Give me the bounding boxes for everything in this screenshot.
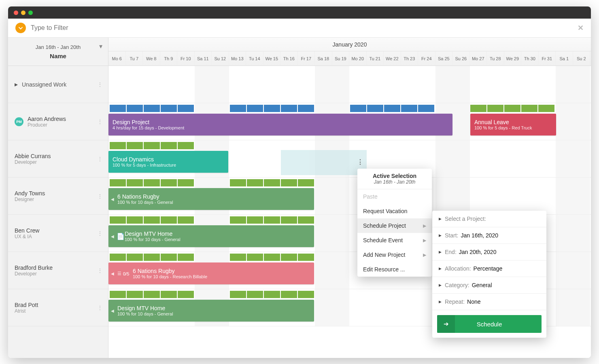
menu-item-request-vacation[interactable]: Request Vacation xyxy=(357,204,432,218)
availability-block xyxy=(178,179,194,186)
kebab-icon[interactable]: ⋮ xyxy=(97,267,103,274)
task-bar-cloud-dynamics[interactable]: Cloud Dynamics 100 % for 5 days - Infras… xyxy=(108,151,228,173)
sidebar-row-person[interactable]: Andy Towns Designer ⋮ xyxy=(8,178,108,215)
grid-row-aaron[interactable]: Design Project 4 hrs/day for 15 days - D… xyxy=(108,103,591,140)
sidebar-header: Jan 16th - Jan 20th ▾ Name xyxy=(8,38,108,66)
day-header-cell[interactable]: Mo 13 xyxy=(229,51,246,66)
sidebar-row-person[interactable]: Bradford Burke Developer ⋮ xyxy=(8,252,108,289)
kebab-icon[interactable]: ⋮ xyxy=(97,193,103,199)
menu-item-edit-resource[interactable]: Edit Resource ... xyxy=(357,262,432,277)
person-name: Aaron Andrews xyxy=(28,116,66,122)
task-bar-mtv-home[interactable]: ◀ Design MTV Home 100 % for 10 days - Ge… xyxy=(108,300,314,322)
day-header-cell[interactable]: We 29 xyxy=(504,51,522,66)
grid-row-abbie[interactable]: ⋮ Cloud Dynamics 100 % for 5 days - Infr… xyxy=(108,140,591,178)
caret-left-icon: ◀ xyxy=(111,234,114,239)
flyout-row-select-project[interactable]: ▶ Select a Project: xyxy=(432,211,546,227)
day-header-cell[interactable]: Th 23 xyxy=(401,51,418,66)
window-zoom-button[interactable] xyxy=(28,11,33,15)
task-bar-annual-leave[interactable]: Annual Leave 100 % for 5 days - Red Truc… xyxy=(470,114,556,135)
flyout-key: Repeat: xyxy=(445,298,465,305)
resource-sidebar: Jan 16th - Jan 20th ▾ Name ▸ Unassigned … xyxy=(8,38,108,358)
availability-block xyxy=(247,254,263,261)
person-name: Ben Crew xyxy=(15,227,39,234)
selection-highlight[interactable]: ⋮ xyxy=(281,150,367,175)
caret-left-icon: ◀ xyxy=(111,197,114,201)
close-icon[interactable]: ✕ xyxy=(578,23,584,32)
task-bar-design-project[interactable]: Design Project 4 hrs/day for 15 days - D… xyxy=(108,114,452,135)
kebab-icon[interactable]: ⋮ xyxy=(97,305,103,311)
day-header-cell[interactable]: Tu 14 xyxy=(246,51,263,66)
flyout-key: Category: xyxy=(445,282,469,288)
availability-block xyxy=(161,142,177,149)
flyout-row-category[interactable]: ▶ Category: General xyxy=(432,277,546,294)
availability-block xyxy=(127,179,143,186)
task-bar-6nations[interactable]: ◀ 6 Nations Rugby 100 % for 10 days - Ge… xyxy=(108,188,314,210)
day-header-cell[interactable]: Tu 28 xyxy=(487,51,504,66)
day-header-cell[interactable]: Sa 18 xyxy=(315,51,332,66)
kebab-icon[interactable]: ⋮ xyxy=(97,230,103,237)
day-header-cell[interactable]: Su 19 xyxy=(332,51,350,66)
sidebar-row-person[interactable]: Abbie Currans Developer ⋮ xyxy=(8,140,108,178)
day-header-cell[interactable]: Sa 1 xyxy=(556,51,573,66)
sidebar-row-person[interactable]: Brad Pott Atrist ⋮ xyxy=(8,289,108,326)
person-role: UX & IA xyxy=(15,234,39,239)
day-header-cell[interactable]: Fr 31 xyxy=(539,51,556,66)
unassigned-label: Unassigned Work xyxy=(22,81,66,88)
task-bar-mtv-home[interactable]: ◀ 📄 Design MTV Home 100 % for 10 days - … xyxy=(108,225,314,247)
window-close-button[interactable] xyxy=(14,11,18,15)
flyout-row-start[interactable]: ▶ Start: Jan 16th, 2020 xyxy=(432,227,546,244)
availability-block xyxy=(247,216,263,224)
date-range-label[interactable]: Jan 16th - Jan 20th xyxy=(36,44,81,50)
flyout-row-end[interactable]: ▶ End: Jan 20th, 2020 xyxy=(432,244,546,260)
day-header-cell[interactable]: Fr 10 xyxy=(177,51,195,66)
day-header-cell[interactable]: Th 9 xyxy=(160,51,178,66)
day-header-cell[interactable]: Su 12 xyxy=(212,51,229,66)
kebab-icon[interactable]: ⋮ xyxy=(97,119,103,125)
day-header-cell[interactable]: Mo 20 xyxy=(349,51,367,66)
flyout-row-allocation[interactable]: ▶ Allocation: Percentage xyxy=(432,260,546,277)
chevron-down-icon[interactable]: ▾ xyxy=(99,42,102,50)
kebab-icon[interactable]: ⋮ xyxy=(357,158,363,166)
sidebar-row-person[interactable]: Ben Crew UX & IA ⋮ xyxy=(8,215,108,252)
day-header-cell[interactable]: We 15 xyxy=(263,51,281,66)
menu-item-add-new-project[interactable]: Add New Project ▶ xyxy=(357,248,432,262)
day-header-cell[interactable]: Fr 17 xyxy=(298,51,315,66)
day-header-cell[interactable]: Sa 25 xyxy=(435,51,453,66)
filter-input[interactable] xyxy=(31,24,573,32)
kebab-icon[interactable]: ⋮ xyxy=(97,156,103,162)
grid-row-andy[interactable]: ◀ 6 Nations Rugby 100 % for 10 days - Ge… xyxy=(108,178,591,215)
window-titlebar xyxy=(8,6,591,19)
day-header-cell[interactable]: Mo 6 xyxy=(108,51,126,66)
day-header-cell[interactable]: We 8 xyxy=(143,51,160,66)
kebab-icon[interactable]: ⋮ xyxy=(97,81,103,88)
task-subtitle: 100 % for 10 days - General xyxy=(117,200,310,205)
sidebar-row-person[interactable]: PM Aaron Andrews Producer ⋮ xyxy=(8,103,108,140)
day-header-cell[interactable]: Sa 11 xyxy=(195,51,212,66)
flyout-value: General xyxy=(472,282,492,288)
task-bar-6nations-billable[interactable]: ◀ ☰ 0/5 6 Nations Rugby 100 % for 10 day… xyxy=(108,262,314,284)
sidebar-row-unassigned[interactable]: ▸ Unassigned Work ⋮ xyxy=(8,66,108,103)
availability-block xyxy=(298,105,314,112)
day-header-cell[interactable]: Th 30 xyxy=(521,51,539,66)
day-header-cell[interactable]: Su 2 xyxy=(573,51,591,66)
menu-item-schedule-event[interactable]: Schedule Event ▶ xyxy=(357,233,432,248)
availability-block xyxy=(264,179,280,186)
caret-right-icon: ▶ xyxy=(439,267,442,271)
task-title: 6 Nations Rugby xyxy=(133,268,310,274)
availability-block xyxy=(470,105,486,112)
day-header-cell[interactable]: Tu 7 xyxy=(126,51,143,66)
grid-row-unassigned[interactable] xyxy=(108,66,591,103)
availability-block xyxy=(161,291,177,298)
day-header-cell[interactable]: We 22 xyxy=(384,51,401,66)
schedule-button[interactable]: ➔ Schedule xyxy=(437,315,542,333)
window-minimize-button[interactable] xyxy=(21,11,25,15)
day-header-cell[interactable]: Su 26 xyxy=(452,51,470,66)
day-header-cell[interactable]: Tu 21 xyxy=(367,51,384,66)
menu-item-schedule-project[interactable]: Schedule Project ▶ xyxy=(357,218,432,233)
day-header-cell[interactable]: Th 16 xyxy=(280,51,298,66)
flyout-row-repeat[interactable]: ▶ Repeat: None xyxy=(432,294,546,310)
day-header-cell[interactable]: Fr 24 xyxy=(418,51,435,66)
timeline-grid[interactable]: January 2020 Mo 6Tu 7We 8Th 9Fr 10Sa 11S… xyxy=(108,38,591,358)
menu-item-paste[interactable]: Paste xyxy=(357,189,432,204)
day-header-cell[interactable]: Mo 27 xyxy=(470,51,487,66)
